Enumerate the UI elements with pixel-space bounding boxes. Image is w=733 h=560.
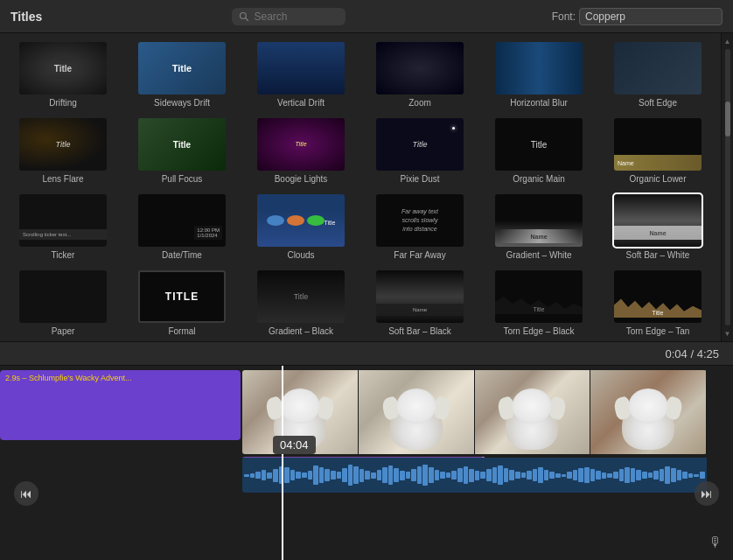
waveform-bar [255, 472, 261, 479]
title-item-vertical-drift[interactable]: Vertical Drift [241, 37, 360, 113]
title-thumb-soft-bar-white: Name [614, 194, 702, 247]
title-name-lens-flare: Lens Flare [19, 174, 107, 184]
title-thumb-paper [19, 270, 107, 323]
scrollbar-thumb[interactable] [725, 102, 730, 136]
waveform-bar [411, 469, 416, 481]
title-item-sideways-drift[interactable]: TitleSideways Drift [122, 37, 241, 113]
skip-right-icon: ⏭ [701, 486, 713, 500]
title-name-paper: Paper [19, 326, 107, 336]
title-item-pull-focus[interactable]: TitlePull Focus [122, 113, 241, 189]
search-input[interactable] [254, 10, 332, 23]
waveform-bar [464, 466, 469, 484]
font-label: Font: [552, 10, 576, 23]
title-thumb-organic-main: Title [495, 118, 583, 171]
waveform-bar [515, 472, 520, 479]
waveform-bar [451, 471, 457, 480]
title-item-torn-edge-tan[interactable]: TitleTorn Edge – Tan [598, 265, 717, 341]
microphone-icon: 🎙 [709, 535, 723, 550]
waveform-bar [544, 470, 549, 480]
title-item-boogie-lights[interactable]: TitleBoogie Lights [241, 113, 360, 189]
waveform-bar [533, 469, 538, 481]
title-name-soft-edge: Soft Edge [614, 98, 702, 108]
waveform-bar [527, 471, 532, 480]
video-frame-4 [590, 370, 707, 454]
font-selector[interactable] [579, 8, 723, 25]
titles-panel: TitleDriftingTitleSideways DriftVertical… [0, 33, 733, 341]
waveform-bar [429, 467, 434, 483]
title-name-organic-lower: Organic Lower [614, 174, 702, 184]
title-item-horizontal-blur[interactable]: Horizontal Blur [479, 37, 598, 113]
waveform-bar [642, 472, 647, 479]
video-frame-3 [475, 370, 591, 454]
title-name-pull-focus: Pull Focus [138, 174, 226, 184]
waveform-bar [360, 469, 365, 482]
waveform-bar [619, 469, 625, 481]
waveform-bar [313, 466, 318, 485]
waveform-bar [665, 466, 670, 484]
title-item-datetime[interactable]: 12:00 PM1/1/2024Date/Time [122, 189, 241, 265]
waveform-bar [273, 469, 278, 482]
playhead[interactable] [282, 366, 283, 560]
waveform-bar [578, 468, 583, 482]
main-video-clip[interactable]: 2.9s – Schlumpfie's Wacky Advent... [0, 370, 241, 440]
search-box[interactable] [232, 8, 346, 25]
waveform-bar [342, 468, 347, 482]
title-thumb-pixie-dust: Title [376, 118, 464, 171]
waveform-bar [400, 471, 405, 480]
title-name-drifting: Drifting [19, 98, 107, 108]
title-item-lens-flare[interactable]: TitleLens Flare [3, 113, 122, 189]
title-name-pixie-dust: Pixie Dust [376, 174, 464, 184]
waveform-bar [613, 472, 618, 479]
waveform-bar [365, 471, 370, 480]
title-name-formal: Formal [138, 326, 226, 336]
waveform-bar [492, 467, 498, 483]
scrollbar-track[interactable] [725, 49, 730, 326]
title-name-gradient-white: Gradient – White [495, 250, 583, 260]
waveform-bar [688, 473, 694, 478]
title-item-organic-main[interactable]: TitleOrganic Main [479, 113, 598, 189]
title-item-far-far-away[interactable]: Far away textscrolls slowlyinto distance… [360, 189, 479, 265]
title-name-torn-edge-black: Torn Edge – Black [495, 326, 583, 336]
title-item-pixie-dust[interactable]: TitlePixie Dust [360, 113, 479, 189]
timeline-header: 0:04 / 4:25 [0, 341, 733, 366]
title-thumb-drifting: Title [19, 42, 107, 94]
title-item-organic-lower[interactable]: NameOrganic Lower [598, 113, 717, 189]
title-item-gradient-white[interactable]: NameGradient – White [479, 189, 598, 265]
skip-to-end-button[interactable]: ⏭ [695, 481, 719, 506]
video-clip-label: 2.9s – Schlumpfie's Wacky Advent... [5, 374, 131, 382]
waveform-bar [549, 472, 555, 479]
scroll-up-arrow[interactable]: ▲ [723, 37, 732, 46]
title-item-drifting[interactable]: TitleDrifting [3, 37, 122, 113]
waveform-bar [446, 472, 451, 478]
waveform-bar [302, 472, 307, 478]
title-item-soft-edge[interactable]: Soft Edge [598, 37, 717, 113]
title-item-zoom[interactable]: Zoom [360, 37, 479, 113]
waveform-bar [337, 472, 342, 479]
title-name-sideways-drift: Sideways Drift [138, 98, 226, 108]
waveform-bar [631, 468, 636, 482]
title-item-gradient-black[interactable]: TitleGradient – Black [241, 265, 360, 341]
title-name-clouds: Clouds [257, 250, 345, 260]
scroll-down-arrow[interactable]: ▼ [723, 329, 732, 338]
title-item-torn-edge-black[interactable]: TitleTorn Edge – Black [479, 265, 598, 341]
video-frame-2 [359, 370, 475, 454]
title-item-soft-bar-black[interactable]: NameSoft Bar – Black [360, 265, 479, 341]
waveform-bar [584, 467, 590, 483]
title-item-clouds[interactable]: TitleClouds [241, 189, 360, 265]
waveform-bar [653, 471, 659, 480]
waveform-bar [422, 465, 428, 486]
title-item-soft-bar-white[interactable]: NameSoft Bar – White [598, 189, 717, 265]
title-thumb-datetime: 12:00 PM1/1/2024 [138, 194, 226, 247]
waveform-bar [538, 467, 543, 483]
right-scrollbar[interactable]: ▲ ▼ [721, 33, 733, 341]
title-item-ticker[interactable]: Scrolling ticker text...Ticker [3, 189, 122, 265]
title-name-zoom: Zoom [376, 98, 464, 108]
title-item-paper[interactable]: Paper [3, 265, 122, 341]
title-item-formal[interactable]: TITLEFormal [122, 265, 241, 341]
waveform-bar [567, 472, 572, 479]
mic-button[interactable]: 🎙 [705, 532, 726, 553]
header: Titles Font: [0, 0, 733, 33]
waveform-bar [331, 471, 336, 480]
title-thumb-torn-edge-black: Title [495, 270, 583, 323]
skip-to-start-button[interactable]: ⏮ [14, 481, 38, 506]
